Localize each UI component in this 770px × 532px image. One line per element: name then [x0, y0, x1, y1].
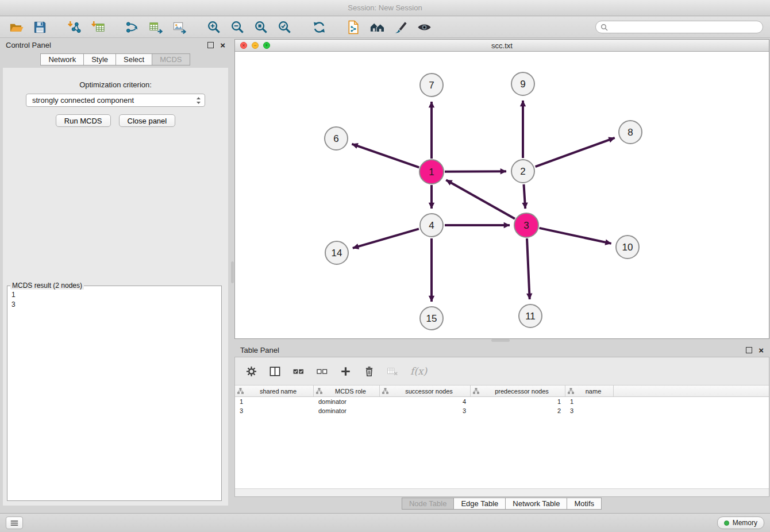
network-window-titlebar[interactable]: × − + scc.txt: [235, 40, 769, 52]
table-tab-edge-table[interactable]: Edge Table: [453, 498, 506, 510]
plus-icon: [340, 365, 352, 377]
table-body: 1dominator4113dominator323: [235, 397, 769, 488]
import-table-icon: [91, 20, 105, 34]
column-header-name[interactable]: name: [565, 385, 614, 396]
export-network-button[interactable]: [123, 18, 141, 36]
unselect-all-columns-button[interactable]: [314, 363, 330, 379]
open-folder-icon: [9, 20, 24, 34]
graph-node-14[interactable]: 14: [325, 241, 348, 264]
export-table-button[interactable]: [147, 18, 165, 36]
horizontal-scrollbar[interactable]: [235, 488, 769, 496]
table-tab-network-table[interactable]: Network Table: [505, 498, 567, 510]
graph-node-7[interactable]: 7: [420, 74, 443, 97]
control-tab-style[interactable]: Style: [83, 53, 116, 65]
control-tab-network[interactable]: Network: [40, 53, 84, 65]
column-header-label: predecessor nodes: [481, 388, 563, 395]
network-graph[interactable]: 7968124314101511: [235, 52, 769, 338]
graph-node-label: 7: [429, 80, 434, 91]
graph-edge-2-3[interactable]: [523, 184, 525, 209]
graph-node-3[interactable]: 3: [514, 213, 538, 237]
run-mcds-button[interactable]: Run MCDS: [56, 114, 111, 127]
memory-button[interactable]: Memory: [717, 516, 764, 529]
graph-node-10[interactable]: 10: [616, 236, 639, 259]
control-tab-select[interactable]: Select: [116, 53, 152, 65]
graph-node-4[interactable]: 4: [420, 214, 443, 237]
close-table-panel-icon[interactable]: ×: [759, 346, 764, 354]
delete-table-icon: [387, 365, 399, 377]
control-tab-mcds[interactable]: MCDS: [152, 53, 190, 65]
network-document-icon: [346, 20, 361, 34]
zoom-selected-button[interactable]: [275, 18, 294, 36]
table-tab-node-table[interactable]: Node Table: [402, 498, 455, 510]
zoom-fit-button[interactable]: [252, 18, 270, 36]
column-header-successor-nodes[interactable]: successor nodes: [380, 385, 471, 396]
function-builder-button[interactable]: f(x): [408, 363, 429, 379]
column-header-predecessor-nodes[interactable]: predecessor nodes: [471, 385, 565, 396]
network-canvas[interactable]: 7968124314101511: [235, 52, 769, 338]
float-panel-icon[interactable]: [207, 42, 214, 48]
vertical-splitter-handle[interactable]: [231, 261, 234, 283]
network-document-button[interactable]: [344, 18, 363, 36]
delete-table-button[interactable]: [384, 363, 401, 379]
mcds-result-list: 13: [7, 290, 221, 310]
close-panel-icon[interactable]: ×: [220, 41, 225, 49]
import-table-button[interactable]: [88, 18, 107, 36]
table-row[interactable]: 3dominator323: [235, 406, 769, 415]
graph-edge-3-10[interactable]: [539, 228, 611, 244]
search-input[interactable]: [611, 22, 758, 32]
graph-edge-1-6[interactable]: [352, 144, 419, 168]
optimization-select-value: strongly connected component: [32, 96, 134, 105]
graph-node-9[interactable]: 9: [511, 72, 534, 95]
graph-node-label: 3: [523, 220, 529, 231]
zoom-in-button[interactable]: [205, 18, 223, 36]
graph-node-1[interactable]: 1: [419, 160, 444, 184]
delete-row-button[interactable]: [361, 363, 377, 379]
graph-edge-2-8[interactable]: [536, 138, 615, 167]
show-hide-button[interactable]: [415, 18, 433, 36]
home-button[interactable]: [368, 18, 386, 36]
graph-node-11[interactable]: 11: [519, 304, 542, 327]
table-row[interactable]: 1dominator411: [235, 397, 769, 406]
graph-edge-4-14[interactable]: [353, 229, 419, 248]
export-image-button[interactable]: [170, 18, 188, 36]
table-header-row: shared nameMCDS rolesuccessor nodesprede…: [235, 385, 769, 397]
gear-icon: [245, 365, 257, 377]
app-title: Session: New Session: [348, 3, 422, 12]
table-tabs: Node TableEdge TableNetwork TableMotifs: [234, 498, 769, 510]
window-close-button[interactable]: ×: [240, 42, 247, 49]
graph-node-2[interactable]: 2: [511, 160, 534, 183]
graph-node-8[interactable]: 8: [619, 121, 642, 144]
import-network-button[interactable]: [65, 18, 83, 36]
task-history-button[interactable]: [6, 516, 23, 529]
toolbar-group-refresh: [310, 18, 328, 36]
network-window-title: scc.txt: [235, 41, 769, 50]
horizontal-splitter-handle[interactable]: [491, 339, 510, 342]
column-header-shared-name[interactable]: shared name: [235, 385, 314, 396]
optimization-select[interactable]: strongly connected component: [26, 94, 205, 107]
column-header-MCDS-role[interactable]: MCDS role: [314, 385, 380, 396]
refresh-view-button[interactable]: [310, 18, 328, 36]
close-panel-button[interactable]: Close panel: [119, 114, 176, 127]
graph-node-15[interactable]: 15: [420, 307, 443, 330]
float-table-panel-icon[interactable]: [746, 347, 752, 353]
table-panel-content: f(x) shared nameMCDS rolesuccessor nodes…: [234, 357, 769, 497]
show-columns-button[interactable]: [267, 363, 283, 379]
graph-edge-3-1[interactable]: [446, 180, 515, 218]
style-paint-button[interactable]: [391, 18, 410, 36]
save-session-button[interactable]: [30, 18, 49, 36]
graph-edge-1-2[interactable]: [445, 171, 506, 172]
window-maximize-button[interactable]: +: [263, 42, 270, 49]
refresh-icon: [312, 20, 326, 34]
select-all-columns-button[interactable]: [290, 363, 306, 379]
zoom-out-button[interactable]: [228, 18, 247, 36]
graph-edge-3-11[interactable]: [527, 238, 530, 299]
add-row-button[interactable]: [337, 363, 353, 379]
table-options-button[interactable]: [243, 363, 259, 379]
window-minimize-button[interactable]: −: [252, 42, 259, 49]
column-header-label: successor nodes: [390, 388, 468, 395]
toolbar-group-export: [123, 18, 188, 36]
graph-node-6[interactable]: 6: [325, 127, 348, 150]
toolbar-group-view: [344, 18, 433, 36]
table-tab-motifs[interactable]: Motifs: [567, 498, 602, 510]
open-session-button[interactable]: [7, 18, 25, 36]
